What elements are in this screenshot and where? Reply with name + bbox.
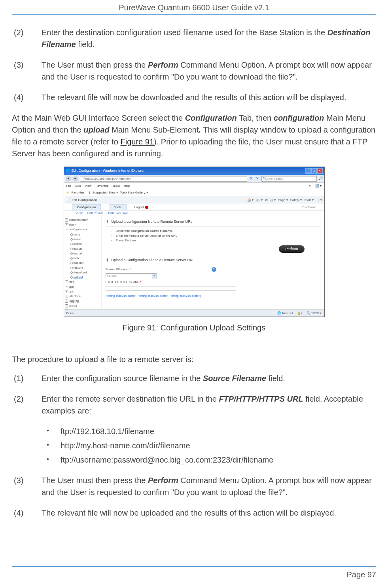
info-icon[interactable]: ? <box>212 267 216 272</box>
numbered-step: (2)Enter the destination configuration u… <box>12 27 376 50</box>
refresh-icon[interactable]: ⟳ <box>249 176 254 181</box>
source-filename-label: Source Filename <box>106 267 129 271</box>
sidebar-item-configuration[interactable]: −configuration <box>65 227 100 232</box>
numbered-step: (3)The User must then press the Perform … <box>12 474 376 498</box>
menu-edit[interactable]: Edit <box>75 184 81 188</box>
subtab-edit-exclusive[interactable]: Edit Exclusive <box>108 211 128 216</box>
url-field-input[interactable] <box>106 286 236 291</box>
toolbar-safety[interactable]: Safety ▾ <box>290 198 302 203</box>
panel2-title: Upload a Configuration File to a Remote … <box>112 258 195 263</box>
minimize-button[interactable]: _ <box>305 168 311 174</box>
intro-paragraph: At the Main Web GUI Interface Screen sel… <box>12 112 376 159</box>
brand-label: PureWave <box>301 205 316 210</box>
tab-bar: 📄 Edit Configuration 🏠 ▾ 📰 ▾ ✉ 🖨 ▾ Page … <box>64 196 324 204</box>
menu-tools[interactable]: Tools <box>112 184 120 188</box>
sidebar-sub-delete[interactable]: delete <box>65 242 100 247</box>
page-icon: 📄 <box>81 176 85 181</box>
subtab-view[interactable]: View <box>76 211 83 216</box>
url-text: http://192.168.200.104/index.html <box>85 176 132 181</box>
favorites-star-icon[interactable]: ★ <box>66 190 69 195</box>
subtab-edit-private[interactable]: Edit Private <box>87 211 104 216</box>
sidebar-item-alarm[interactable]: +alarm <box>65 222 100 227</box>
sidebar-sub-import[interactable]: import <box>65 251 100 256</box>
mail-icon[interactable]: ✉ <box>265 198 268 203</box>
search-icon: 🔍 <box>263 176 267 181</box>
help-icon[interactable]: ❔▾ <box>316 198 322 203</box>
search-input[interactable]: 🔍 Live Search <box>261 176 317 182</box>
footer-divider <box>12 566 376 567</box>
feeds-icon[interactable]: 📰 ▾ <box>256 198 262 203</box>
tools-tab[interactable]: Tools <box>109 204 127 211</box>
window-title: Edit Configuration - Windows Internet Ex… <box>72 168 145 174</box>
menu-view[interactable]: View <box>85 184 91 188</box>
sidebar-sub-upload[interactable]: upload <box>65 275 100 280</box>
suggested-sites-link[interactable]: Suggested Sites ▾ <box>92 190 117 195</box>
maximize-button[interactable]: □ <box>311 168 317 174</box>
print-icon[interactable]: 🖨 ▾ <box>270 198 276 203</box>
stop-icon[interactable]: ✕ <box>255 176 260 181</box>
main-content-panel: ⬆ Upload a configuration file to a Remot… <box>102 216 324 311</box>
url-example-item: ftp://username:password@noc.big_co.com:2… <box>43 454 376 466</box>
numbered-step: (2)Enter the remote server destination f… <box>12 393 376 417</box>
search-magnifier-icon[interactable]: 🔎 <box>318 176 323 182</box>
forward-button[interactable]: ► <box>73 176 78 182</box>
tab-page-icon: 📄 <box>66 198 70 203</box>
configuration-tab[interactable]: Configuration <box>72 204 101 211</box>
web-slice-link[interactable]: Web Slice Gallery ▾ <box>120 190 148 195</box>
help-line-2: Enter the remote server destination file… <box>116 233 320 238</box>
app-tab-row: Configuration Tools Logout PureWave <box>64 204 324 211</box>
sidebar-sub-download[interactable]: download <box>65 270 100 275</box>
internet-icon: 🌐 <box>277 311 281 315</box>
address-bar: ◄ ► 📄 http://192.168.200.104/index.html … <box>64 175 324 183</box>
tab-close-icon[interactable]: ✕ <box>309 184 311 188</box>
header-divider <box>12 14 376 15</box>
toolbar-page[interactable]: Page ▾ <box>278 198 288 203</box>
convert-icon[interactable]: 🔄 ▾ <box>315 184 322 188</box>
url-field-label: FTP/HTTP/HTTPS URL <box>106 280 139 284</box>
sidebar-sub-backup[interactable]: backup <box>65 261 100 266</box>
sidebar-sub-restore[interactable]: restore <box>65 266 100 270</box>
ie-icon: 🌐 <box>66 168 70 174</box>
sidebar-item-logging[interactable]: +logging <box>65 299 100 303</box>
zoom-level: 100% <box>311 311 319 315</box>
window-titlebar: 🌐 Edit Configuration - Windows Internet … <box>64 167 324 175</box>
toolbar-tools[interactable]: Tools ▾ <box>304 198 314 203</box>
numbered-step: (4)The relevant file will now be downloa… <box>12 91 376 103</box>
sidebar-item-files[interactable]: +files <box>65 280 100 285</box>
logout-label: Logout <box>134 205 144 210</box>
sidebar-item-administration[interactable]: +administration <box>65 218 100 222</box>
required-star: * <box>130 267 131 271</box>
sidebar-sub-copy[interactable]: copy <box>65 232 100 237</box>
menu-favorites[interactable]: Favorites <box>95 184 108 188</box>
sidebar-item-gps[interactable]: +gps <box>65 289 100 294</box>
perform-button[interactable]: Perform <box>279 245 304 253</box>
source-filename-select[interactable]: <unset> ▼ <box>106 273 157 278</box>
upload-icon-2: ⬆ <box>106 257 109 264</box>
favorites-label: Favorites <box>72 190 85 195</box>
menu-help[interactable]: Help <box>124 184 130 188</box>
url-input[interactable]: 📄 http://192.168.200.104/index.html <box>80 176 247 182</box>
sidebar-sub-move[interactable]: move <box>65 237 100 242</box>
sidebar-tree: +administration+alarm−configurationcopym… <box>64 216 102 311</box>
home-icon[interactable]: 🏠 ▾ <box>247 198 254 203</box>
sidebar-item-cpe[interactable]: +cpe <box>65 285 100 289</box>
menu-file[interactable]: File <box>66 184 72 188</box>
sidebar-sub-export[interactable]: export <box>65 247 100 251</box>
numbered-step: (3)The User must then press the Perform … <box>12 59 376 83</box>
logout-button[interactable]: Logout <box>134 205 148 210</box>
figure-caption: Figure 91: Configuration Upload Settings <box>12 322 376 334</box>
embedded-screenshot: 🌐 Edit Configuration - Windows Internet … <box>64 167 325 317</box>
url-example-item: http://my.host-name.com/dir/filename <box>43 440 376 451</box>
favorites-bar: ★ Favorites | Suggested Sites ▾ Web Slic… <box>64 189 324 196</box>
url-hint: (<string, max 256 chars> | <string, max … <box>106 294 320 298</box>
sidebar-sub-write[interactable]: write <box>65 256 100 261</box>
tab-title: Edit Configuration <box>72 198 97 203</box>
sidebar-item-interface[interactable]: +interface <box>65 294 100 299</box>
search-placeholder: Live Search <box>267 176 284 181</box>
browser-tab[interactable]: 📄 Edit Configuration <box>66 198 97 203</box>
close-button[interactable]: ✕ <box>317 168 323 174</box>
back-button[interactable]: ◄ <box>66 176 71 182</box>
required-star-2: * <box>140 280 141 284</box>
procedure-intro: The procedure to upload a file to a remo… <box>12 353 376 365</box>
sidebar-item-sector[interactable]: +sector <box>65 304 100 309</box>
